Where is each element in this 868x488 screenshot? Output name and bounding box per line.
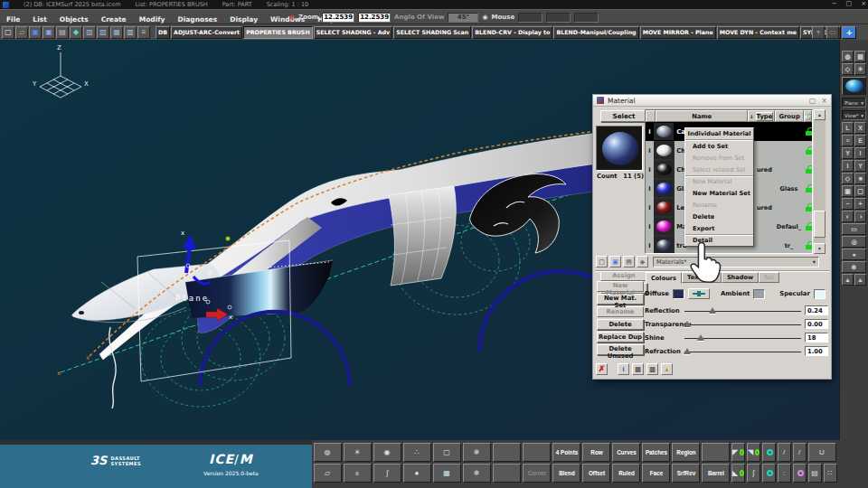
- slider-track[interactable]: [684, 347, 801, 356]
- empty-button[interactable]: [523, 443, 551, 462]
- new-library-button[interactable]: ▢: [596, 256, 608, 267]
- menu-item[interactable]: Delete: [685, 211, 753, 222]
- figure-button[interactable]: ▲: [842, 274, 854, 286]
- face-button[interactable]: Face: [642, 464, 670, 483]
- sphere-paint-button[interactable]: ◍: [314, 443, 342, 462]
- empty-button[interactable]: [702, 443, 730, 462]
- slider-track[interactable]: [684, 320, 801, 329]
- search-view-button[interactable]: ◎: [842, 236, 866, 248]
- list-lines-button[interactable]: ≡: [137, 26, 150, 39]
- save-library-button[interactable]: ▣: [609, 256, 621, 267]
- sphere-button[interactable]: ●: [403, 464, 431, 483]
- box-open-button[interactable]: ▢: [854, 185, 866, 197]
- tab[interactable]: Colours: [646, 272, 682, 284]
- menu-item[interactable]: List: [26, 15, 52, 23]
- page-clip-button[interactable]: ▤: [808, 464, 822, 483]
- offset-button[interactable]: Offset: [582, 464, 610, 483]
- curve-circle-button[interactable]: [762, 464, 776, 483]
- menu-item[interactable]: File: [0, 15, 26, 23]
- curves-button[interactable]: Curves: [612, 443, 640, 462]
- slider-track[interactable]: [684, 306, 801, 315]
- fit-view-button[interactable]: ▭: [842, 223, 866, 235]
- materials-combo[interactable]: Materials* ▾: [653, 257, 819, 267]
- view-combo[interactable]: View*▾: [842, 110, 866, 120]
- module-button[interactable]: BLEND-Manipul/Coupling: [553, 26, 638, 39]
- solid-cube-button[interactable]: ■: [854, 173, 866, 184]
- menu-item[interactable]: Modify: [133, 15, 172, 23]
- slider-thumb[interactable]: [684, 321, 691, 327]
- slider-value-field[interactable]: 0.00: [805, 319, 828, 329]
- zoom-in-button[interactable]: +: [854, 198, 866, 210]
- action-button[interactable]: Replace Dup: [597, 332, 644, 343]
- region-button[interactable]: Region: [672, 443, 700, 462]
- module-button[interactable]: ADJUST-ARC-Convert: [171, 26, 242, 39]
- patches-button[interactable]: Patches: [642, 443, 670, 462]
- cube-view-button[interactable]: ◇: [842, 63, 854, 75]
- view-list-button[interactable]: ≡: [842, 135, 854, 146]
- paint-brush-button[interactable]: ◆: [637, 256, 648, 267]
- menu-item[interactable]: Create: [95, 15, 133, 23]
- surface-flag-button[interactable]: ◤: [731, 443, 745, 462]
- action-button[interactable]: Delete: [597, 319, 644, 330]
- u-curve-button[interactable]: U: [808, 443, 836, 462]
- action-button[interactable]: Delete Unused: [597, 344, 644, 355]
- slider-value-field[interactable]: 0.24: [805, 305, 828, 315]
- display-button[interactable]: ▤: [854, 51, 866, 62]
- action-button[interactable]: Rename: [597, 306, 644, 317]
- scroll-up-button[interactable]: ▲: [814, 109, 826, 120]
- select-tool-button[interactable]: ◆: [70, 26, 82, 39]
- menu-item[interactable]: Objects: [53, 15, 95, 23]
- dismiss-button[interactable]: ✗: [596, 363, 608, 375]
- dialog-close-button[interactable]: ×: [821, 97, 827, 105]
- maximize-button[interactable]: ▢: [846, 0, 853, 7]
- light-button[interactable]: ☀: [854, 63, 866, 75]
- slider-value-field[interactable]: 1.00: [805, 346, 828, 356]
- slider-value-field[interactable]: 18: [805, 333, 828, 343]
- curve-circle-button[interactable]: [762, 443, 776, 462]
- view-e-button[interactable]: E: [854, 135, 866, 146]
- info-button[interactable]: i: [618, 363, 629, 375]
- mouse-field-2[interactable]: [546, 13, 571, 23]
- box-button[interactable]: ▣: [842, 185, 854, 197]
- unlocked-icon[interactable]: [806, 207, 812, 211]
- iso-cube-button[interactable]: ◇: [842, 173, 854, 184]
- slider-thumb[interactable]: [697, 334, 704, 341]
- scroll-thumb[interactable]: [814, 211, 826, 238]
- material-sphere-button[interactable]: [842, 77, 866, 95]
- menu-item[interactable]: Add to Set: [685, 140, 753, 152]
- module-button[interactable]: MOVE DYN - Context me: [717, 26, 799, 39]
- globe-button[interactable]: ●: [842, 249, 866, 260]
- toolbar-overflow-button[interactable]: ▾: [812, 26, 825, 39]
- view-i2-button[interactable]: I: [842, 160, 854, 172]
- shaded-sphere-button[interactable]: ◍: [842, 51, 854, 62]
- scan-points-button[interactable]: ∴: [403, 443, 431, 462]
- view-i-button[interactable]: I: [854, 147, 866, 159]
- view-y2-button[interactable]: Y: [854, 160, 866, 172]
- menu-item[interactable]: Detail: [685, 234, 753, 246]
- curve-tool-button[interactable]: ∫: [747, 464, 760, 483]
- grid-button[interactable]: ▦: [433, 464, 461, 483]
- module-button[interactable]: PROPERTIES BRUSH: [243, 26, 313, 39]
- scroll-down-button[interactable]: ▼: [814, 243, 826, 254]
- minimize-button[interactable]: −: [832, 0, 837, 7]
- save-as-button[interactable]: ▣: [42, 26, 55, 39]
- four-points-button[interactable]: 4 Points: [552, 443, 580, 462]
- zoom-y-field[interactable]: 12.2539: [358, 13, 391, 23]
- dialog-maximize-button[interactable]: ▢: [809, 97, 816, 105]
- unlocked-icon[interactable]: [806, 245, 812, 249]
- menu-item[interactable]: Display: [223, 15, 264, 23]
- unlocked-icon[interactable]: [806, 131, 812, 136]
- menu-item[interactable]: New Material Set: [685, 187, 753, 199]
- action-button[interactable]: New Material: [597, 281, 644, 292]
- barrel-button[interactable]: Barrel: [702, 464, 730, 483]
- menu-item[interactable]: Export: [685, 222, 753, 234]
- plane-combo[interactable]: Plane▾: [842, 98, 866, 108]
- tab[interactable]: Shadow: [722, 272, 759, 283]
- pink-circle-button[interactable]: [793, 464, 807, 483]
- module-button[interactable]: MOVE MIRROR - Plane: [640, 26, 716, 39]
- plus-minus-button[interactable]: ±: [344, 464, 372, 483]
- warning-button[interactable]: ▲: [661, 363, 673, 375]
- add-module-button[interactable]: +: [842, 26, 856, 39]
- dashed-curve-button[interactable]: /: [778, 443, 791, 462]
- view-x-button[interactable]: X: [854, 122, 866, 134]
